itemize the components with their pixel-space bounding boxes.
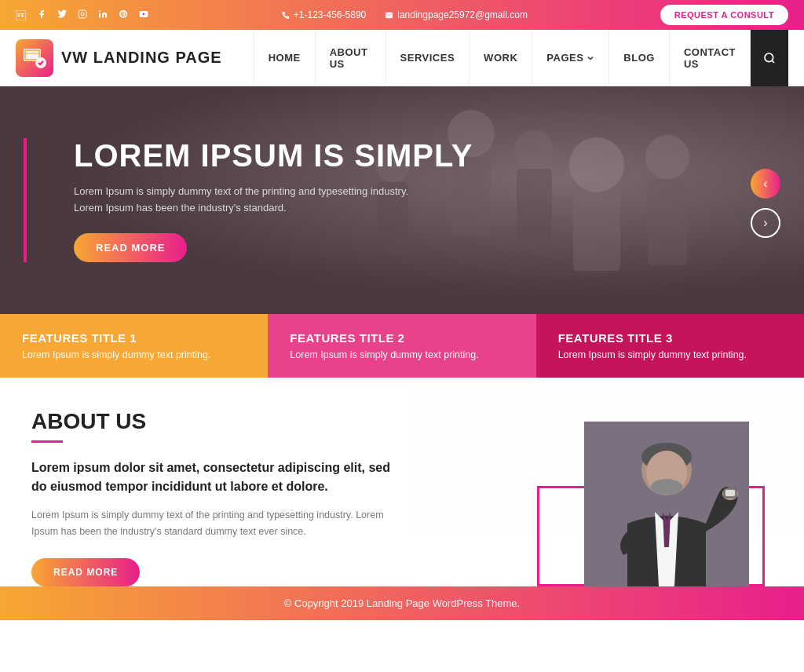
nav-home[interactable]: HOME [254, 30, 316, 86]
footer-text: © Copyright 2019 Landing Page WordPress … [284, 597, 520, 609]
feature-title-1: FEATURES TITLE 1 [22, 331, 246, 345]
svg-rect-2 [99, 13, 100, 17]
nav-pages[interactable]: PAGES [532, 30, 609, 86]
nav-services[interactable]: SERVICES [386, 30, 470, 86]
request-consult-button[interactable]: REQUEST A CONSULT [660, 5, 788, 25]
hero-title: LOREM IPSUM IS SIMPLY [74, 138, 473, 173]
features-bar: FEATURES TITLE 1 Lorem Ipsum is simply d… [0, 314, 804, 378]
svg-rect-28 [725, 490, 735, 496]
social-links:  [16, 9, 148, 21]
about-desc: Lorem Ipsum is simply dummy text of the … [31, 507, 408, 541]
nav-contact[interactable]: CONTACT US [670, 30, 751, 86]
navbar: VW LANDING PAGE HOME ABOUT US SERVICES W… [0, 30, 804, 86]
footer: © Copyright 2019 Landing Page WordPress … [0, 586, 804, 620]
feature-item-2: FEATURES TITLE 2 Lorem Ipsum is simply d… [268, 314, 535, 378]
contact-info: +1-123-456-5890 landingpage25972@gmail.c… [281, 9, 528, 20]
nav-about[interactable]: ABOUT US [316, 30, 386, 86]
hero-prev-button[interactable]: ‹ [751, 169, 780, 199]
svg-point-3 [99, 10, 100, 12]
svg-point-17 [645, 135, 689, 179]
facebook-icon-f[interactable] [37, 9, 46, 21]
about-bold-text: Lorem ipsum dolor sit amet, consectetur … [31, 458, 408, 496]
about-read-more-button[interactable]: READ MORE [31, 558, 140, 586]
feature-desc-2: Lorem Ipsum is simply dummy text printin… [290, 349, 513, 360]
feature-title-2: FEATURES TITLE 2 [290, 331, 513, 345]
about-section: ABOUT US Lorem ipsum dolor sit amet, con… [0, 378, 804, 586]
logo-text: VW LANDING PAGE [61, 49, 222, 67]
about-underline [31, 440, 63, 443]
top-bar:  +1-123-456-5890 landingpage25972@gmail… [0, 0, 804, 30]
email-contact: landingpage25972@gmail.com [385, 9, 528, 20]
svg-point-15 [569, 137, 624, 192]
pinterest-icon[interactable] [119, 9, 128, 21]
about-title: ABOUT US [31, 409, 474, 434]
phone-contact: +1-123-456-5890 [281, 9, 366, 20]
hero-read-more-button[interactable]: READ MORE [74, 233, 187, 262]
about-person-image [584, 422, 749, 586]
feature-title-3: FEATURES TITLE 3 [558, 331, 782, 345]
instagram-icon[interactable] [78, 9, 87, 21]
nav-blog[interactable]: BLOG [609, 30, 670, 86]
logo: VW LANDING PAGE [16, 39, 222, 77]
linkedin-icon[interactable] [98, 9, 108, 21]
youtube-icon[interactable] [139, 9, 148, 21]
svg-point-25 [651, 479, 682, 495]
feature-item-1: FEATURES TITLE 1 Lorem Ipsum is simply d… [0, 314, 268, 378]
svg-rect-0 [79, 10, 86, 18]
feature-desc-3: Lorem Ipsum is simply dummy text printin… [558, 349, 782, 360]
twitter-icon[interactable] [57, 9, 67, 21]
svg-rect-16 [573, 192, 620, 271]
facebook-icon[interactable]:  [16, 9, 26, 21]
logo-icon [16, 39, 53, 77]
svg-point-9 [765, 53, 773, 62]
hero-section: LOREM IPSUM IS SIMPLY Lorem Ipsum is sim… [0, 86, 804, 314]
feature-desc-1: Lorem Ipsum is simply dummy text printin… [22, 349, 246, 360]
feature-item-3: FEATURES TITLE 3 Lorem Ipsum is simply d… [536, 314, 804, 378]
hero-content: LOREM IPSUM IS SIMPLY Lorem Ipsum is sim… [24, 138, 520, 263]
nav-links: HOME ABOUT US SERVICES WORK PAGES BLOG C… [254, 30, 751, 86]
svg-rect-18 [648, 179, 687, 265]
svg-rect-14 [517, 169, 552, 239]
hero-next-button[interactable]: › [751, 208, 780, 238]
svg-line-10 [772, 60, 774, 63]
hero-subtitle: Lorem Ipsum is simply dummy text of the … [74, 184, 419, 217]
svg-point-13 [514, 130, 554, 169]
search-button[interactable] [751, 30, 788, 86]
nav-work[interactable]: WORK [470, 30, 532, 86]
request-consult-area: REQUEST A CONSULT [660, 5, 788, 25]
about-image-area [506, 409, 773, 586]
